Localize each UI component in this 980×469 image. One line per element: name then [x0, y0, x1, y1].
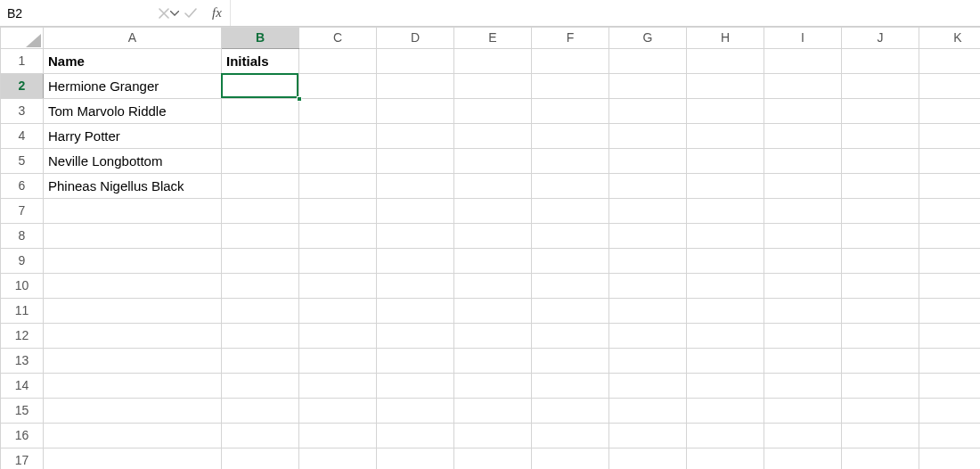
cell-H1[interactable]	[687, 49, 764, 74]
cell-I2[interactable]	[764, 74, 842, 99]
cell-H2[interactable]	[687, 74, 764, 99]
row-header-12[interactable]: 12	[1, 324, 44, 349]
cell-H4[interactable]	[687, 124, 764, 149]
cancel-button[interactable]	[151, 0, 177, 26]
row-header-8[interactable]: 8	[1, 224, 44, 249]
cell-H16[interactable]	[687, 424, 764, 448]
cell-C16[interactable]	[299, 424, 377, 448]
cell-K9[interactable]	[919, 249, 981, 274]
row-header-11[interactable]: 11	[1, 299, 44, 324]
cell-K8[interactable]	[919, 224, 981, 249]
row-header-16[interactable]: 16	[1, 424, 44, 448]
cell-G8[interactable]	[609, 224, 687, 249]
cell-I7[interactable]	[764, 199, 842, 224]
row-header-4[interactable]: 4	[1, 124, 44, 149]
cell-A1[interactable]: Name	[44, 49, 222, 74]
cell-C8[interactable]	[299, 224, 377, 249]
row-header-1[interactable]: 1	[1, 49, 44, 74]
cell-I14[interactable]	[764, 374, 842, 399]
row-header-5[interactable]: 5	[1, 149, 44, 174]
cell-F16[interactable]	[532, 424, 609, 448]
cell-I13[interactable]	[764, 349, 842, 374]
cell-K6[interactable]	[919, 174, 981, 199]
row-header-7[interactable]: 7	[1, 199, 44, 224]
cell-E17[interactable]	[454, 448, 532, 470]
cell-F9[interactable]	[532, 249, 609, 274]
cell-I15[interactable]	[764, 399, 842, 424]
cell-D9[interactable]	[377, 249, 454, 274]
cell-B1[interactable]: Initials	[222, 49, 299, 74]
cell-G5[interactable]	[609, 149, 687, 174]
cell-J14[interactable]	[842, 374, 919, 399]
cell-D4[interactable]	[377, 124, 454, 149]
cell-D16[interactable]	[377, 424, 454, 448]
cell-K16[interactable]	[919, 424, 981, 448]
cell-H10[interactable]	[687, 274, 764, 299]
cell-E2[interactable]	[454, 74, 532, 99]
cell-B5[interactable]	[222, 149, 299, 174]
cell-C17[interactable]	[299, 448, 377, 470]
cell-F10[interactable]	[532, 274, 609, 299]
cell-A8[interactable]	[44, 224, 222, 249]
cell-J3[interactable]	[842, 99, 919, 124]
cell-F5[interactable]	[532, 149, 609, 174]
cell-F8[interactable]	[532, 224, 609, 249]
row-header-3[interactable]: 3	[1, 99, 44, 124]
cell-K13[interactable]	[919, 349, 981, 374]
cell-E7[interactable]	[454, 199, 532, 224]
cell-J4[interactable]	[842, 124, 919, 149]
cell-C11[interactable]	[299, 299, 377, 324]
cell-G14[interactable]	[609, 374, 687, 399]
cell-F7[interactable]	[532, 199, 609, 224]
cell-H14[interactable]	[687, 374, 764, 399]
cell-K15[interactable]	[919, 399, 981, 424]
cell-G4[interactable]	[609, 124, 687, 149]
column-header-B[interactable]: B	[222, 28, 299, 49]
cell-G15[interactable]	[609, 399, 687, 424]
cell-J13[interactable]	[842, 349, 919, 374]
cell-A10[interactable]	[44, 274, 222, 299]
cell-G9[interactable]	[609, 249, 687, 274]
cell-D15[interactable]	[377, 399, 454, 424]
cell-G17[interactable]	[609, 448, 687, 470]
cell-K7[interactable]	[919, 199, 981, 224]
cell-G3[interactable]	[609, 99, 687, 124]
cell-E15[interactable]	[454, 399, 532, 424]
column-header-H[interactable]: H	[687, 28, 764, 49]
cell-D5[interactable]	[377, 149, 454, 174]
cell-E10[interactable]	[454, 274, 532, 299]
cell-A12[interactable]	[44, 324, 222, 349]
cell-B4[interactable]	[222, 124, 299, 149]
cell-E13[interactable]	[454, 349, 532, 374]
cell-J17[interactable]	[842, 448, 919, 470]
cell-D12[interactable]	[377, 324, 454, 349]
cell-B10[interactable]	[222, 274, 299, 299]
cell-F4[interactable]	[532, 124, 609, 149]
row-header-2[interactable]: 2	[1, 74, 44, 99]
cell-A11[interactable]	[44, 299, 222, 324]
cell-G6[interactable]	[609, 174, 687, 199]
row-header-17[interactable]: 17	[1, 448, 44, 470]
cell-J12[interactable]	[842, 324, 919, 349]
cell-A17[interactable]	[44, 448, 222, 470]
cell-H7[interactable]	[687, 199, 764, 224]
cell-K11[interactable]	[919, 299, 981, 324]
cell-C1[interactable]	[299, 49, 377, 74]
cell-A4[interactable]: Harry Potter	[44, 124, 222, 149]
cell-D17[interactable]	[377, 448, 454, 470]
column-header-J[interactable]: J	[842, 28, 919, 49]
cell-I4[interactable]	[764, 124, 842, 149]
cell-K12[interactable]	[919, 324, 981, 349]
cell-J16[interactable]	[842, 424, 919, 448]
column-header-E[interactable]: E	[454, 28, 532, 49]
cell-E3[interactable]	[454, 99, 532, 124]
cell-A16[interactable]	[44, 424, 222, 448]
cell-J7[interactable]	[842, 199, 919, 224]
cell-C13[interactable]	[299, 349, 377, 374]
cell-K2[interactable]	[919, 74, 981, 99]
cell-J15[interactable]	[842, 399, 919, 424]
cell-B14[interactable]	[222, 374, 299, 399]
cell-E4[interactable]	[454, 124, 532, 149]
cell-K4[interactable]	[919, 124, 981, 149]
column-header-G[interactable]: G	[609, 28, 687, 49]
